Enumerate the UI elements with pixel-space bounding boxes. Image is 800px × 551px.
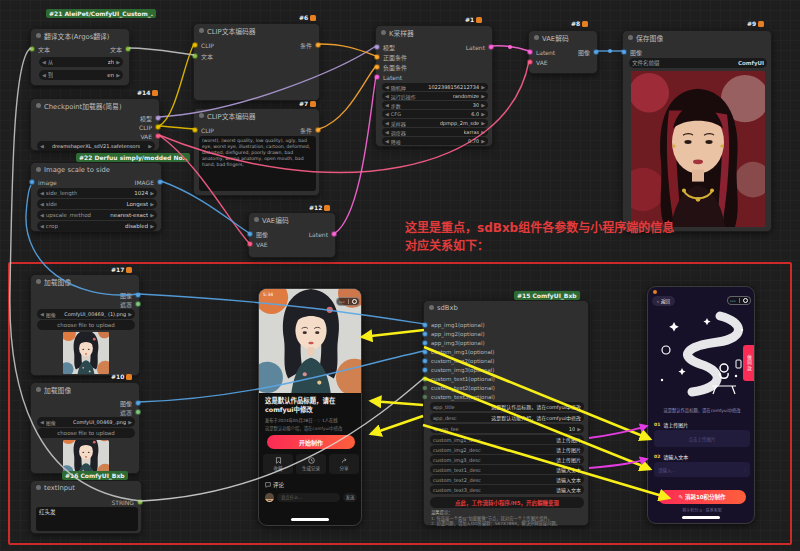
badge-user-icon [310,15,316,21]
widget-app-desc[interactable]: app_desc这是默认功能介绍，请在comfyui中修改 [430,413,584,422]
node-vae-encode[interactable]: VAE编码 图像 VAE Latent [248,212,336,258]
widget-ckpt-name[interactable]: ◀dreamshaperXL_sdV21.safetensors▶ [37,141,155,151]
output-port-latent[interactable]: Latent [309,230,337,238]
collapse-dot-icon[interactable] [36,387,41,392]
output-port-image[interactable]: 图像 [120,399,141,407]
input-port-image[interactable]: 图像 [621,48,642,56]
output-port-clip[interactable]: CLIP [139,123,161,131]
widget-custom-text3-desc[interactable]: custom_text3_desc请输入文本 [430,485,584,494]
input-port-text[interactable]: 文本 [29,45,50,53]
collapse-dot-icon[interactable] [36,103,41,108]
input-port-vae[interactable]: VAE [247,240,268,248]
input-port-clip[interactable]: CLIP [192,126,214,134]
widget-app-fee[interactable]: ◀app_fee10▶ [430,424,584,433]
widget-control-after[interactable]: ◀运行后操作randomize▶ [382,92,488,100]
widget-filename-prefix[interactable]: 文件名前缀ComfyUI [629,58,767,68]
output-port-latent[interactable]: Latent [466,43,494,51]
widget-app-title[interactable]: app_title这是默认作品标题，请在comfyui中修改 [430,402,584,411]
collapse-dot-icon[interactable] [36,279,41,284]
widget-image-select[interactable]: ◀图像ComfyUI_00469_ (1).png▶ [37,309,135,319]
input-port-image[interactable]: 图像 [247,230,268,238]
text-input-textarea[interactable]: 红头发 [36,507,138,531]
node-checkpoint-loader[interactable]: Checkpoint加载器(简易) 模型 CLIP VAE ◀dreamshap… [30,98,160,151]
node-ksampler[interactable]: K采样器 模型 正面条件 负面条件 Latent Latent ◀随机种1022… [375,25,493,147]
output-port-image[interactable]: 图像 [120,291,141,299]
collapse-dot-icon[interactable] [381,30,386,35]
input-port-custom-img1[interactable]: custom_img1(optional) [422,348,494,356]
annotation-line1: 这里是重点，sdBxb组件各参数与小程序端的信息 [405,219,674,237]
collapse-dot-icon[interactable] [534,35,539,40]
output-port-string[interactable]: STRING [111,498,143,506]
input-port-custom-img2[interactable]: custom_img2(optional) [422,357,494,365]
widget-upscale-method[interactable]: ◀upscale_methodnearest-exact▶ [37,210,157,220]
widget-sampler[interactable]: ◀采样器dpmpp_2m_sde▶ [382,119,488,127]
input-port-app-img2[interactable]: app_img2(optional) [422,330,485,338]
widget-side[interactable]: ◀sideLongest▶ [37,199,157,209]
widget-custom-img2-desc[interactable]: custom_img2_desc请上传图片 [430,445,584,454]
collapse-dot-icon[interactable] [36,167,41,172]
node-translate-text[interactable]: 翻译文本(Argos翻译) 文本 文本 ◀从 zh▶ ◀到 en▶ [30,28,130,86]
widget-custom-text1-desc[interactable]: custom_text1_desc请输入文本 [430,465,584,474]
collapse-dot-icon[interactable] [199,113,204,118]
input-port-custom-img3[interactable]: custom_img3(optional) [422,366,494,374]
negative-prompt-textarea[interactable]: (worst), (worst quality, low quality), u… [199,136,316,191]
input-port-model[interactable]: 模型 [374,43,395,51]
comfyui-canvas[interactable]: 这里是重点，sdBxb组件各参数与小程序端的信息 对应关系如下： #21 Ale… [0,0,800,551]
input-port-clip[interactable]: CLIP [192,41,214,49]
node-sdbxb[interactable]: sdBxb app_img1(optional) app_img2(option… [423,300,589,526]
node-image-scale[interactable]: Image scale to side image IMAGE ◀side_le… [30,162,162,232]
collapse-dot-icon[interactable] [254,217,259,222]
collapse-dot-icon[interactable] [628,35,633,40]
output-port-image[interactable]: 图像 [578,48,599,56]
output-port-cond[interactable]: 条件 [300,41,321,49]
input-port-vae[interactable]: VAE [527,58,548,66]
output-port-mask[interactable]: 遮罩 [120,300,141,308]
input-port-custom-text2[interactable]: custom_text2(optional) [422,384,495,392]
widget-custom-img3-desc[interactable]: custom_img3_desc请上传图片 [430,455,584,464]
input-port-custom-text3[interactable]: custom_text3(optional) [422,393,495,401]
input-port-text[interactable]: 文本 [192,52,213,60]
upload-button[interactable]: choose file to upload [37,428,135,438]
node-title: VAE解码 [542,33,569,43]
node-load-image-2[interactable]: 加载图像 图像 遮罩 ◀图像ComfyUI_00469_.png▶ choose… [30,382,140,474]
output-port-text[interactable]: 文本 [110,45,131,53]
node-clip-encode-positive[interactable]: CLIP文本编码器 CLIP 文本 条件 [193,23,320,101]
publish-workflow-button[interactable]: 点此，工作流转小程序/H5，开启躺赚变现 [430,497,584,508]
collapse-dot-icon[interactable] [199,28,204,33]
node-vae-decode[interactable]: VAE解码 Latent VAE 图像 [528,30,598,74]
portrait-anime-girl [63,332,109,374]
output-port-vae[interactable]: VAE [140,132,161,140]
input-port-negative[interactable]: 负面条件 [374,63,407,71]
input-port-app-img3[interactable]: app_img3(optional) [422,339,485,347]
widget-scheduler[interactable]: ◀调度器karras▶ [382,128,488,136]
widget-custom-text2-desc[interactable]: custom_text2_desc请输入文本 [430,475,584,484]
node-clip-encode-negative[interactable]: CLIP文本编码器 CLIP 条件 (worst), (worst qualit… [193,108,320,196]
input-port-image[interactable]: image [29,178,57,186]
output-port-cond[interactable]: 条件 [300,126,321,134]
input-port-latent[interactable]: Latent [527,48,555,56]
input-port-app-img1[interactable]: app_img1(optional) [422,321,485,329]
upload-button[interactable]: choose file to upload [37,320,135,330]
input-port-positive[interactable]: 正面条件 [374,53,407,61]
output-port-image[interactable]: IMAGE [135,178,163,186]
node-load-image-1[interactable]: 加载图像 图像 遮罩 ◀图像ComfyUI_00469_ (1).png▶ ch… [30,274,140,376]
widget-image-select[interactable]: ◀图像ComfyUI_00469_.png▶ [37,417,135,427]
input-port-latent[interactable]: Latent [374,73,402,81]
widget-crop[interactable]: ◀cropdisabled▶ [37,221,157,231]
collapse-dot-icon[interactable] [36,485,41,490]
widget-from[interactable]: ◀从 zh▶ [39,57,123,67]
output-port-model[interactable]: 模型 [140,114,161,122]
widget-side-length[interactable]: ◀side_length1024▶ [37,188,157,198]
widget-denoise[interactable]: ◀降噪0.70▶ [382,137,488,145]
collapse-dot-icon[interactable] [429,305,434,310]
node-save-image[interactable]: 保存图像 图像 文件名前缀ComfyUI [622,30,772,232]
widget-cfg[interactable]: ◀CFG6.0▶ [382,110,488,118]
input-port-custom-text1[interactable]: custom_text1(optional) [422,375,495,383]
node-text-input[interactable]: textInput STRING 红头发 [30,480,142,534]
widget-custom-img1-desc[interactable]: custom_img1_desc请上传图片 [430,435,584,444]
output-port-mask[interactable]: 遮罩 [120,408,141,416]
widget-to[interactable]: ◀到 en▶ [39,70,123,80]
widget-steps[interactable]: ◀步数30▶ [382,101,488,109]
collapse-dot-icon[interactable] [36,33,41,38]
widget-seed[interactable]: ◀随机种1022398156212734▶ [382,83,488,91]
